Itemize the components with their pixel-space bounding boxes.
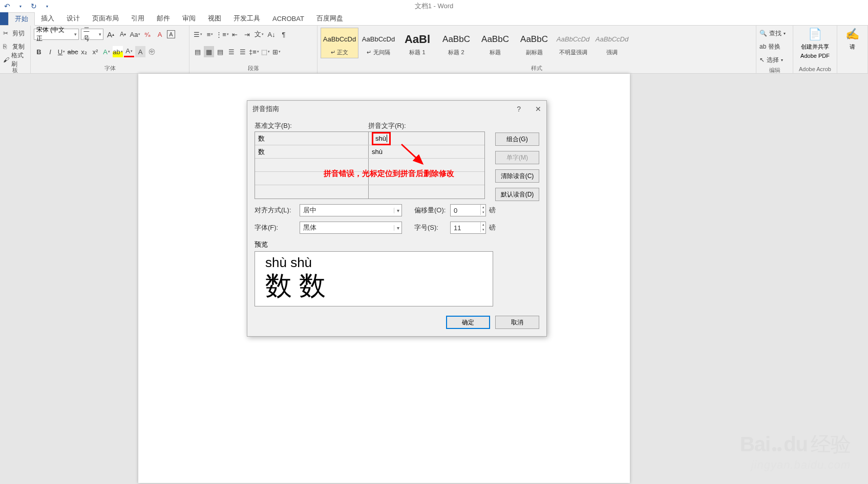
tab-insert[interactable]: 插入 xyxy=(35,12,60,25)
multilevel-button[interactable]: ⋮≡ xyxy=(217,29,227,40)
shading-button[interactable]: ⬚ xyxy=(260,46,270,57)
offset-label: 偏移量(O): xyxy=(414,206,447,215)
style-item[interactable]: AaBbC副标题 xyxy=(515,28,553,58)
distribute-button[interactable]: ☰ xyxy=(238,46,248,57)
show-marks-button[interactable]: ¶ xyxy=(279,29,289,40)
base-cell-4[interactable] xyxy=(255,185,369,199)
char-border-button[interactable]: A xyxy=(167,30,175,38)
ok-button[interactable]: 确定 xyxy=(446,316,490,329)
alignment-combo[interactable]: 居中 xyxy=(300,204,402,216)
decrease-indent-button[interactable]: ⇤ xyxy=(229,29,240,40)
adobe-group: 📄 创建并共享 Adobe PDF Adobe Acrob xyxy=(793,26,837,73)
font-size-combo[interactable]: 二号 xyxy=(81,29,103,40)
shrink-font-button[interactable]: A▾ xyxy=(118,29,128,40)
style-item[interactable]: AaBbC标题 2 xyxy=(437,28,475,58)
tab-design[interactable]: 设计 xyxy=(60,12,86,25)
style-item[interactable]: AaBl标题 1 xyxy=(398,28,436,58)
char-shading-button[interactable]: A xyxy=(135,46,145,57)
preview-box: shù shù 数 数 xyxy=(255,251,493,306)
close-button[interactable]: ✕ xyxy=(535,105,541,113)
ribbon: ✂剪切 ⎘复制 🖌格式刷 板 宋体 (中文正 二号 A▴ A▾ Aa ᵃ⁄ₐ A… xyxy=(0,26,868,74)
style-item[interactable]: AaBbC标题 xyxy=(476,28,514,58)
tab-acrobat[interactable]: ACROBAT xyxy=(266,12,310,25)
cancel-button[interactable]: 取消 xyxy=(495,316,539,329)
line-spacing-button[interactable]: ‡≡ xyxy=(249,46,259,57)
text-effects-button[interactable]: A xyxy=(101,46,112,57)
style-gallery[interactable]: AaBbCcDd↵ 正文AaBbCcDd↵ 无间隔AaBl标题 1AaBbC标题… xyxy=(321,28,631,60)
copy-button[interactable]: ⎘复制 xyxy=(3,41,27,52)
qat-customize[interactable]: ▾ xyxy=(41,1,53,12)
size-spinbox[interactable]: 11 xyxy=(450,222,486,234)
editing-group: 🔍查找▾ ab替换 ↖选择▾ 编辑 xyxy=(756,26,793,73)
file-tab[interactable] xyxy=(0,12,8,25)
strikethrough-button[interactable]: abc xyxy=(68,46,78,57)
font-color-button[interactable]: A xyxy=(124,46,134,57)
ruby-cell-4[interactable] xyxy=(369,185,484,199)
ruby-cell-1[interactable]: shù xyxy=(369,145,484,158)
style-item[interactable]: AaBbCcDd↵ 无间隔 xyxy=(359,28,397,58)
increase-indent-button[interactable]: ⇥ xyxy=(242,29,252,40)
tab-review[interactable]: 审阅 xyxy=(176,12,202,25)
undo-dropdown[interactable]: ▾ xyxy=(14,1,27,12)
bold-button[interactable]: B xyxy=(34,46,44,57)
subscript-button[interactable]: x₂ xyxy=(79,46,89,57)
tab-baidu[interactable]: 百度网盘 xyxy=(310,12,349,25)
tab-home[interactable]: 开始 xyxy=(8,12,35,26)
font-group: 宋体 (中文正 二号 A▴ A▾ Aa ᵃ⁄ₐ A A B I U abc x₂… xyxy=(31,26,189,73)
redo-button[interactable]: ↻ xyxy=(28,1,40,12)
tab-references[interactable]: 引用 xyxy=(125,12,151,25)
style-item[interactable]: AaBbCcDd强调 xyxy=(593,28,631,58)
change-case-button[interactable]: Aa xyxy=(130,29,140,40)
paragraph-group: ☰ ≡ ⋮≡ ⇤ ⇥ 文 A↓ ¶ ▤ ▦ ▤ ☰ ☰ ‡≡ ⬚ ⊞ 段落 xyxy=(189,26,317,73)
tab-developer[interactable]: 开发工具 xyxy=(227,12,266,25)
text-direction-button[interactable]: 文 xyxy=(254,29,264,40)
borders-button[interactable]: ⊞ xyxy=(271,46,282,57)
quick-access-toolbar: ↶ ▾ ↻ ▾ xyxy=(0,1,53,12)
bullets-button[interactable]: ☰ xyxy=(193,29,203,40)
tab-layout[interactable]: 页面布局 xyxy=(86,12,125,25)
highlight-button[interactable]: ab xyxy=(113,46,123,57)
ruby-cell-0[interactable]: shù xyxy=(369,132,484,145)
window-title: 文档1 - Word xyxy=(415,2,454,11)
find-button[interactable]: 🔍查找▾ xyxy=(759,28,790,39)
select-button[interactable]: ↖选择▾ xyxy=(759,54,790,65)
cut-button[interactable]: ✂剪切 xyxy=(3,28,27,39)
tab-view[interactable]: 视图 xyxy=(202,12,227,25)
numbering-button[interactable]: ≡ xyxy=(205,29,215,40)
create-pdf-button[interactable]: 创建并共享 xyxy=(801,43,829,51)
phonetic-guide-button[interactable]: ᵃ⁄ₐ xyxy=(142,29,153,40)
tab-mailings[interactable]: 邮件 xyxy=(151,12,176,25)
justify-button[interactable]: ☰ xyxy=(226,46,237,57)
replace-button[interactable]: ab替换 xyxy=(759,41,790,52)
italic-button[interactable]: I xyxy=(45,46,55,57)
style-item[interactable]: AaBbCcDd不明显强调 xyxy=(554,28,592,58)
dialog-title: 拼音指南 xyxy=(252,104,279,114)
group-button[interactable]: 组合(G) xyxy=(495,133,539,146)
undo-button[interactable]: ↶ xyxy=(1,1,13,12)
style-item[interactable]: AaBbCcDd↵ 正文 xyxy=(321,28,358,58)
base-cell-1[interactable]: 数 xyxy=(255,145,369,158)
clipboard-group: ✂剪切 ⎘复制 🖌格式刷 板 xyxy=(0,26,31,73)
size-unit: 磅 xyxy=(489,223,496,232)
format-painter-button[interactable]: 🖌格式刷 xyxy=(3,54,27,65)
font-name-combo[interactable]: 宋体 (中文正 xyxy=(34,29,79,40)
font-label: 字体(F): xyxy=(255,223,297,232)
align-center-button[interactable]: ▦ xyxy=(204,46,214,57)
grow-font-button[interactable]: A▴ xyxy=(105,29,116,40)
offset-unit: 磅 xyxy=(489,206,496,215)
align-right-button[interactable]: ▤ xyxy=(215,46,225,57)
default-reading-button[interactable]: 默认读音(D) xyxy=(495,188,539,201)
enclose-char-button[interactable]: ㊥ xyxy=(146,46,157,57)
base-cell-0[interactable]: 数 xyxy=(255,132,369,145)
superscript-button[interactable]: x² xyxy=(90,46,100,57)
align-left-button[interactable]: ▤ xyxy=(193,46,203,57)
underline-button[interactable]: U xyxy=(56,46,67,57)
help-button[interactable]: ? xyxy=(517,105,521,113)
clear-reading-button[interactable]: 清除读音(C) xyxy=(495,169,539,183)
sort-button[interactable]: A↓ xyxy=(266,29,277,40)
single-button: 单字(M) xyxy=(495,151,539,164)
sign-icon: ✍ xyxy=(845,28,859,41)
offset-spinbox[interactable]: 0 xyxy=(450,204,486,216)
clear-format-button[interactable]: A xyxy=(155,29,165,40)
font-combo[interactable]: 黑体 xyxy=(300,222,402,234)
